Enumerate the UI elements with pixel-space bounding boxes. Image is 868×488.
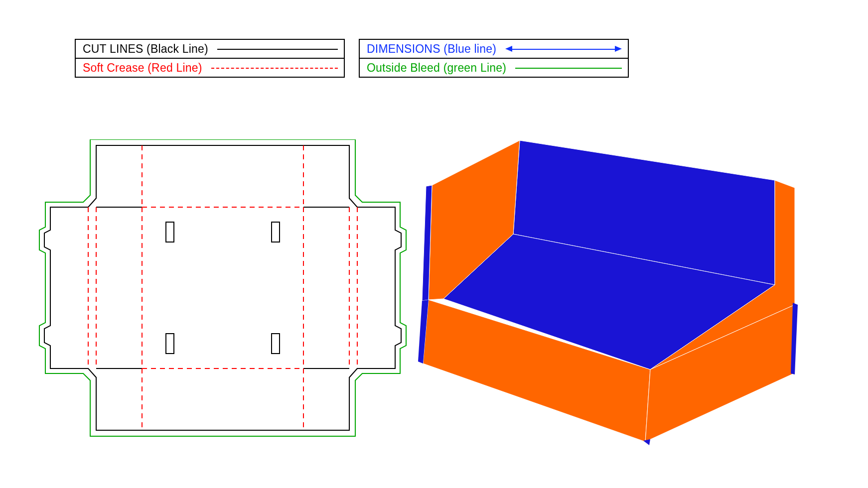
legend-left: CUT LINES (Black Line) Soft Crease (Red … xyxy=(75,39,345,78)
sample-line-black xyxy=(217,49,338,50)
legend-row-dimensions: DIMENSIONS (Blue line) xyxy=(360,40,628,58)
legend-row-cutlines: CUT LINES (Black Line) xyxy=(76,40,344,58)
legend-right: DIMENSIONS (Blue line) Outside Bleed (gr… xyxy=(359,39,629,78)
legend-label-crease: Soft Crease (Red Line) xyxy=(83,61,202,75)
crease-lines xyxy=(88,145,357,430)
legend-sample-cutlines xyxy=(217,44,338,54)
legend-sample-crease xyxy=(211,63,338,73)
legend-sample-dimensions xyxy=(505,44,622,54)
box-3d-render xyxy=(416,125,820,449)
sample-line-red xyxy=(211,68,338,69)
bleed-outline xyxy=(39,139,406,436)
legend-row-crease: Soft Crease (Red Line) xyxy=(76,58,344,77)
legend-sample-bleed xyxy=(515,63,622,73)
arrow-left-icon xyxy=(505,46,512,52)
box-3d-svg xyxy=(416,125,820,449)
legend-label-cutlines: CUT LINES (Black Line) xyxy=(83,42,208,56)
sample-line-blue xyxy=(512,49,615,50)
legend-row-bleed: Outside Bleed (green Line) xyxy=(360,58,628,77)
dieline-drawing xyxy=(38,139,407,438)
cut-outline xyxy=(44,145,401,430)
dieline-svg xyxy=(38,139,407,438)
svg-rect-1 xyxy=(272,222,280,242)
svg-rect-3 xyxy=(272,334,280,354)
sample-line-green xyxy=(515,68,622,69)
legend-label-dimensions: DIMENSIONS (Blue line) xyxy=(367,42,496,56)
legend-label-bleed: Outside Bleed (green Line) xyxy=(367,61,506,75)
svg-rect-2 xyxy=(166,334,174,354)
svg-rect-0 xyxy=(166,222,174,242)
arrow-right-icon xyxy=(615,46,622,52)
